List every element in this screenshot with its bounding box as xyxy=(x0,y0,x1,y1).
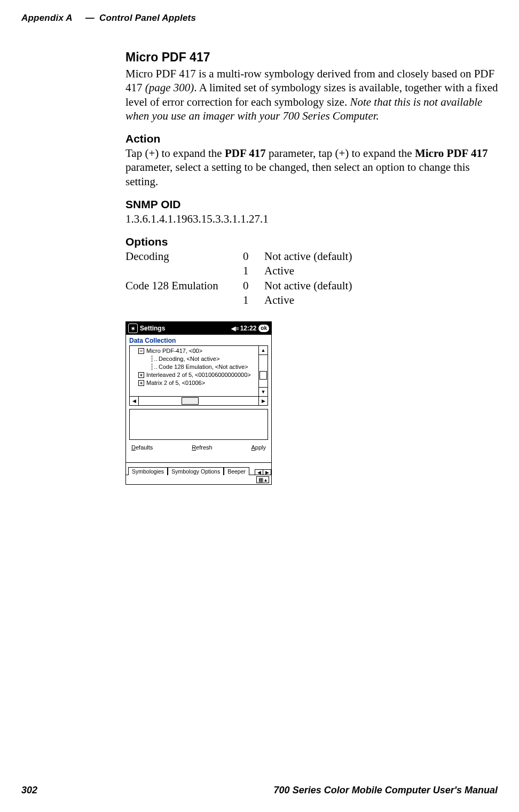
collapse-icon[interactable]: − xyxy=(138,348,144,354)
snmp-heading: SNMP OID xyxy=(125,198,499,211)
tree-branch-icon: ┆‥ xyxy=(149,355,159,363)
tree-item[interactable]: ┆‥Decoding, <Not active> xyxy=(131,355,258,363)
start-icon[interactable]: ✶ xyxy=(128,324,138,333)
opt-default: (default) xyxy=(313,279,352,292)
defaults-button[interactable]: Defaults xyxy=(131,444,153,451)
tab-beeper[interactable]: Beeper xyxy=(224,467,249,475)
opt-name: Decoding xyxy=(125,249,243,264)
tab-bar: Symbologies Symbology Options Beeper ◀ ▶ xyxy=(126,462,271,475)
button-row: Defaults Refresh Apply xyxy=(126,440,271,453)
hscroll-track[interactable] xyxy=(139,397,258,405)
tree-label: Decoding, <Not active> xyxy=(159,355,219,363)
section-title: Micro PDF 417 xyxy=(125,50,499,65)
table-row: Decoding 0 Not active (default) xyxy=(125,249,352,264)
table-row: 1 Active xyxy=(125,293,352,308)
tab-left-icon[interactable]: ◀ xyxy=(255,470,263,475)
opt-code: 0 xyxy=(243,249,264,264)
tree-item[interactable]: −Micro PDF-417, <00> xyxy=(131,347,258,355)
edit-box[interactable] xyxy=(129,409,268,440)
app-title: Settings xyxy=(140,325,165,332)
vertical-scrollbar[interactable]: ▲ ▼ xyxy=(258,346,268,396)
action-bold-2: Micro PDF 417 xyxy=(415,147,487,160)
tab-symbology-options[interactable]: Symbology Options xyxy=(168,467,224,475)
ok-button[interactable]: ok xyxy=(258,325,269,332)
running-header: Appendix A— Control Panel Applets xyxy=(21,13,498,23)
tree-item[interactable]: +Matrix 2 of 5, <01006> xyxy=(131,379,258,387)
snmp-value: 1.3.6.1.4.1.1963.15.3.3.1.1.27.1 xyxy=(125,212,499,226)
book-title: 700 Series Color Mobile Computer User's … xyxy=(274,785,498,796)
opt-desc: Not active (default) xyxy=(264,249,352,264)
scroll-right-icon[interactable]: ▶ xyxy=(258,397,268,405)
keyboard-icon[interactable]: ▦▴ xyxy=(256,476,269,483)
hscroll-thumb[interactable] xyxy=(182,397,199,405)
scroll-left-icon[interactable]: ◀ xyxy=(130,397,139,405)
opt-name xyxy=(125,293,243,308)
options-heading: Options xyxy=(125,235,499,248)
expand-icon[interactable]: + xyxy=(138,380,144,386)
device-titlebar: ✶ Settings ◀≡ 12:22 ok xyxy=(126,322,271,335)
action-part-a: Tap (+) to expand the xyxy=(125,147,225,160)
apply-button[interactable]: Apply xyxy=(251,444,266,451)
main-content: Micro PDF 417 Micro PDF 417 is a multi-r… xyxy=(125,50,499,485)
sound-icon[interactable]: ◀≡ xyxy=(231,325,239,332)
scroll-up-icon[interactable]: ▲ xyxy=(259,346,268,355)
opt-desc: Active xyxy=(264,293,352,308)
section-intro: Micro PDF 417 is a multi-row symbology d… xyxy=(125,67,499,123)
tree-label: Matrix 2 of 5, <01006> xyxy=(146,379,205,387)
scroll-down-icon[interactable]: ▼ xyxy=(259,387,268,396)
action-part-c: parameter, tap (+) to expand the xyxy=(266,147,415,160)
intro-page-ref: (page 300) xyxy=(145,81,194,94)
applet-title: Data Collection xyxy=(126,335,271,345)
opt-desc-text: Active xyxy=(264,294,294,306)
refresh-button[interactable]: Refresh xyxy=(192,444,213,451)
header-dash: — xyxy=(85,13,95,23)
opt-desc: Not active (default) xyxy=(264,279,352,293)
tree-label: Code 128 Emulation, <Not active> xyxy=(159,363,248,371)
opt-name: Code 128 Emulation xyxy=(125,279,243,293)
opt-code: 1 xyxy=(243,293,264,308)
action-heading: Action xyxy=(125,132,499,145)
tree-label: Interleaved 2 of 5, <001006000000000> xyxy=(146,371,251,379)
appendix-label: Appendix A xyxy=(21,13,73,23)
tab-symbologies[interactable]: Symbologies xyxy=(128,467,168,475)
chevron-up-icon: ▴ xyxy=(264,477,267,483)
table-row: Code 128 Emulation 0 Not active (default… xyxy=(125,279,352,293)
tree-branch-icon: ┆‥ xyxy=(149,363,159,371)
scroll-thumb[interactable] xyxy=(260,371,267,380)
opt-desc-text: Active xyxy=(264,264,294,277)
opt-desc-text: Not active xyxy=(264,250,313,263)
table-row: 1 Active xyxy=(125,264,352,278)
clock: 12:22 xyxy=(240,325,257,332)
header-title: Control Panel Applets xyxy=(99,13,196,23)
action-text: Tap (+) to expand the PDF 417 parameter,… xyxy=(125,146,499,188)
opt-code: 1 xyxy=(243,264,264,278)
page-number: 302 xyxy=(21,785,37,796)
device-screenshot: ✶ Settings ◀≡ 12:22 ok Data Collection −… xyxy=(125,321,272,485)
tab-scroll[interactable]: ◀ ▶ xyxy=(255,469,271,475)
tab-right-icon[interactable]: ▶ xyxy=(263,470,271,475)
sip-row: ▦▴ xyxy=(126,475,271,484)
tree-item[interactable]: ┆‥Code 128 Emulation, <Not active> xyxy=(131,363,258,371)
horizontal-scrollbar[interactable]: ◀ ▶ xyxy=(129,397,268,406)
action-bold-1: PDF 417 xyxy=(225,147,266,160)
opt-name xyxy=(125,264,243,278)
opt-default: (default) xyxy=(313,250,352,263)
opt-desc-text: Not active xyxy=(264,279,313,292)
tree-label: Micro PDF-417, <00> xyxy=(146,347,202,355)
opt-desc: Active xyxy=(264,264,352,278)
tree-item[interactable]: +Interleaved 2 of 5, <001006000000000> xyxy=(131,371,258,379)
expand-icon[interactable]: + xyxy=(138,372,144,378)
options-table: Decoding 0 Not active (default) 1 Active… xyxy=(125,249,352,308)
action-part-e: parameter, select a setting to be change… xyxy=(125,161,470,187)
page-footer: 302 700 Series Color Mobile Computer Use… xyxy=(21,785,498,796)
opt-code: 0 xyxy=(243,279,264,293)
scroll-track[interactable] xyxy=(259,355,268,387)
tree-view[interactable]: −Micro PDF-417, <00> ┆‥Decoding, <Not ac… xyxy=(129,345,268,397)
